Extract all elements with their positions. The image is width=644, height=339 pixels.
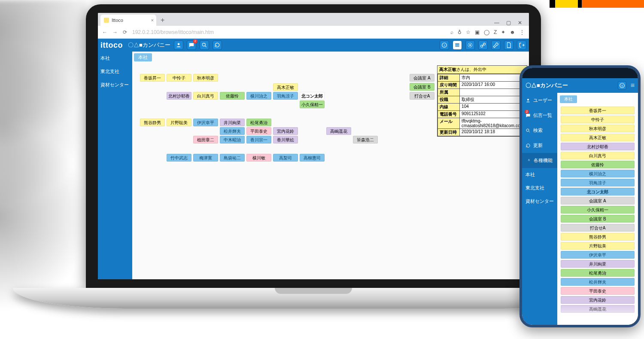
phone-side-user[interactable]: ユーザー [522, 93, 557, 108]
star-icon[interactable]: ☆ [466, 29, 471, 35]
phone-side-messages[interactable]: 2 伝言一覧 [522, 108, 557, 123]
person-cell[interactable]: 香川華絵 [273, 136, 298, 144]
phone-side-group[interactable]: 本社 [522, 168, 557, 181]
new-tab-button[interactable]: + [161, 15, 164, 26]
person-cell[interactable]: 宮内花鈴 [273, 127, 298, 135]
window-close-icon[interactable]: ✕ [518, 20, 522, 26]
close-icon[interactable]: × [151, 15, 154, 26]
phone-person-cell[interactable]: 中怜子 [561, 116, 635, 123]
person-cell[interactable]: 高梨司 [273, 154, 298, 162]
room-button[interactable]: 会議室 B [410, 83, 434, 91]
person-cell[interactable]: 熊谷静男 [140, 119, 165, 126]
phone-side-functions[interactable]: ＾ 各種機能 [522, 153, 557, 168]
room-button[interactable]: 打合せA [410, 92, 434, 100]
phone-person-cell[interactable]: 北コン太郎 [561, 188, 635, 195]
hamburger-icon[interactable]: ≡ [631, 82, 635, 89]
phone-person-cell[interactable]: 松井輝夫 [561, 278, 635, 286]
phone-person-cell[interactable]: 打合せA [561, 224, 635, 232]
phone-tab-active[interactable]: 本社 [560, 95, 577, 103]
phone-person-cell[interactable]: 松尾勇治 [561, 269, 635, 277]
person-cell[interactable]: 平田泰史 [246, 127, 271, 135]
person-cell[interactable]: 横川敏 [246, 154, 271, 162]
phone-side-search[interactable]: 検索 [522, 123, 557, 138]
user-button[interactable] [174, 40, 183, 50]
nav-forward-icon[interactable]: → [112, 29, 118, 35]
person-cell[interactable]: 横川治之 [246, 92, 271, 100]
person-cell[interactable]: 高木正敏 [273, 83, 298, 91]
sidebar-item[interactable]: 東北支社 [98, 65, 132, 78]
grid-icon[interactable]: ▣ [475, 29, 480, 35]
person-cell[interactable]: 中怜子 [167, 74, 191, 82]
phone-side-refresh[interactable]: 更新 [522, 138, 557, 153]
search-icon[interactable]: ♁ [458, 29, 462, 35]
phone-person-cell[interactable]: 宮内花鈴 [561, 296, 635, 304]
search-button[interactable] [200, 40, 209, 50]
circle-icon[interactable]: ◯ [484, 29, 489, 35]
person-cell[interactable]: 片野聡美 [167, 119, 191, 126]
nav-back-icon[interactable]: ← [102, 29, 107, 35]
phone-person-cell[interactable]: 高木正敏 [561, 134, 635, 141]
window-minimize-icon[interactable]: — [494, 20, 499, 26]
person-cell[interactable]: 高柳憲司 [300, 154, 325, 162]
person-cell[interactable]: 島袋祐二 [220, 154, 245, 162]
letter-z-icon[interactable]: Z [494, 29, 497, 35]
link-button[interactable] [478, 40, 488, 50]
person-cell[interactable]: 秋本明彦 [193, 74, 218, 82]
phone-person-cell[interactable]: 会議室 A [561, 197, 635, 205]
person-cell[interactable]: 植田章二 [193, 136, 218, 144]
phone-person-cell[interactable]: 白川真弓 [561, 152, 635, 159]
person-cell[interactable]: 香川宗一 [246, 136, 271, 144]
phone-person-cell[interactable]: 高嶋遥花 [561, 305, 635, 313]
wrench-button[interactable] [491, 40, 501, 50]
person-cell[interactable]: 笹森浩二 [353, 136, 378, 144]
person-cell[interactable]: 北村沙耶香 [167, 92, 191, 100]
logout-button[interactable] [517, 40, 526, 50]
phone-side-group[interactable]: 資材センター [522, 195, 557, 208]
person-cell[interactable]: 羽鳥涼子 [273, 92, 298, 100]
person-cell[interactable]: 井川絢菜 [220, 119, 245, 126]
phone-side-group[interactable]: 東北支社 [522, 181, 557, 195]
settings-button[interactable] [465, 40, 475, 50]
person-cell[interactable]: 佐藤怜 [220, 92, 245, 100]
user-icon[interactable]: ☻ [510, 29, 515, 35]
person-cell[interactable]: 白川真弓 [193, 92, 218, 100]
phone-person-cell[interactable]: 熊谷静男 [561, 233, 635, 241]
person-cell[interactable]: 小久保精一 [300, 101, 325, 108]
omnibox[interactable]: 192.0.2.100/browse/ittoco/main.htm [132, 29, 445, 35]
person-cell[interactable]: 北コン太郎 [300, 92, 325, 100]
phone-person-cell[interactable]: 横川治之 [561, 170, 635, 177]
phone-person-cell[interactable]: 北村沙耶香 [561, 143, 635, 150]
key-icon[interactable]: ⌕ [450, 29, 453, 35]
window-maximize-icon[interactable]: ▢ [506, 20, 511, 26]
phone-person-cell[interactable]: 佐藤怜 [561, 161, 635, 168]
phone-person-cell[interactable]: 井川絢菜 [561, 260, 635, 268]
menu-icon[interactable]: ⋮ [519, 29, 525, 35]
person-cell[interactable]: 中木昭治 [220, 136, 245, 144]
phone-person-cell[interactable]: 会議室 B [561, 215, 635, 223]
person-cell[interactable]: 竹中武志 [167, 154, 191, 162]
messages-button[interactable]: 2 [187, 40, 196, 50]
phone-info-button[interactable]: i [618, 81, 626, 90]
phone-person-cell[interactable]: 羽鳥涼子 [561, 179, 635, 186]
info-button[interactable]: i [440, 40, 449, 50]
desk-tab-active[interactable]: 本社 [134, 53, 152, 61]
person-cell[interactable]: 伊沢幸平 [193, 119, 218, 126]
person-cell[interactable]: 松井輝夫 [220, 127, 245, 135]
puzzle-icon[interactable]: ✦ [501, 29, 505, 35]
phone-person-cell[interactable]: 伊沢幸平 [561, 251, 635, 259]
phone-person-cell[interactable]: 香坂昇一 [561, 107, 635, 114]
phone-person-cell[interactable]: 小久保精一 [561, 206, 635, 214]
sidebar-item[interactable]: 本社 [98, 52, 132, 65]
phone-person-cell[interactable]: 平田泰史 [561, 287, 635, 295]
phone-person-cell[interactable]: 秋本明彦 [561, 125, 635, 132]
person-cell[interactable]: 香坂昇一 [140, 74, 165, 82]
phone-person-cell[interactable]: 片野聡美 [561, 242, 635, 250]
nav-reload-icon[interactable]: ⟳ [123, 29, 127, 35]
room-button[interactable]: 会議室 A [410, 74, 434, 82]
list-view-button[interactable] [453, 40, 462, 50]
sidebar-item[interactable]: 資材センター [98, 78, 132, 92]
browser-tab-active[interactable]: Ittoco × [100, 15, 156, 26]
person-cell[interactable]: 梅津寛 [193, 154, 218, 162]
person-cell[interactable]: 高嶋遥花 [326, 127, 351, 135]
refresh-button[interactable] [213, 40, 222, 50]
